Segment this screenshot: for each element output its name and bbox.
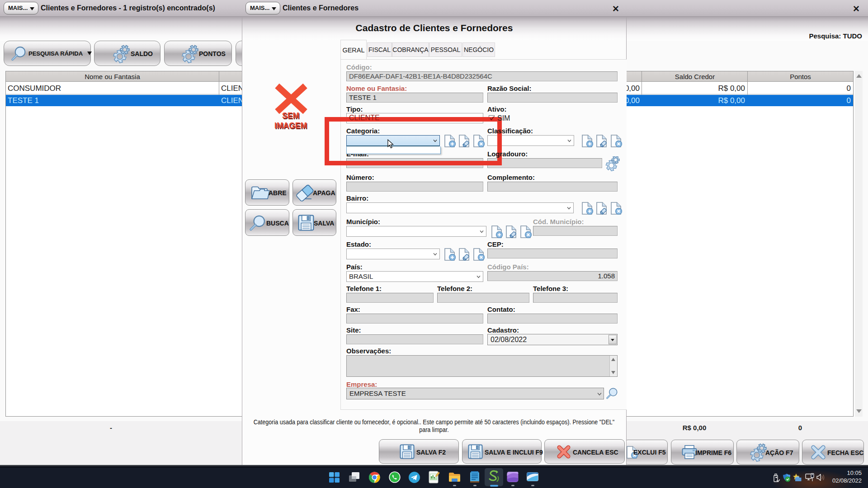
svg-text:IMAGEM: IMAGEM <box>274 121 307 130</box>
svg-text:SEM: SEM <box>282 111 299 120</box>
